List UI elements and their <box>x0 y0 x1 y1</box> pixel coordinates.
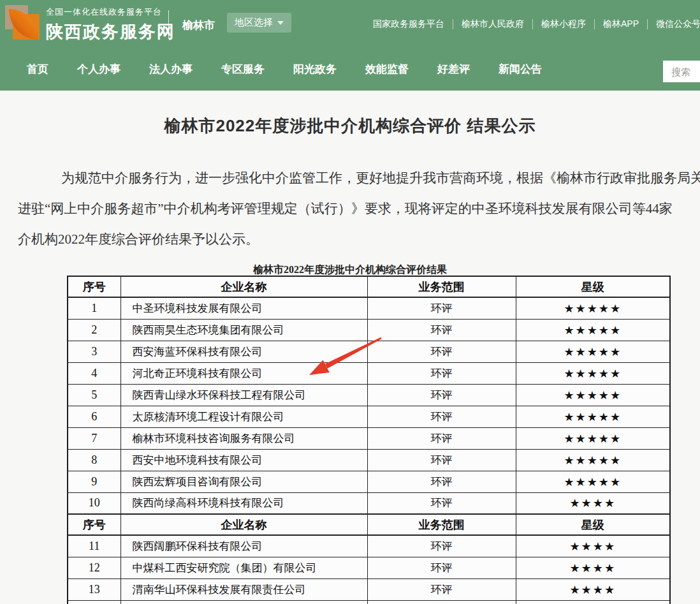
search-input[interactable] <box>663 61 700 82</box>
cell-company-name: 西安海蓝环保科技有限公司 <box>120 341 367 362</box>
column-header: 业务范围 <box>367 276 516 297</box>
article-content: 榆林市2022年度涉批中介机构综合评价 结果公示 为规范中介服务行为，进一步强化… <box>0 91 700 604</box>
table-row: 9陕西宏辉项目咨询有限公司环评★★★★★ <box>68 471 670 492</box>
paragraph-line: 为规范中介服务行为，进一步强化中介监管工作，更好地提升我市营商环境，根据《榆林市… <box>18 163 700 193</box>
column-header: 星级 <box>516 514 670 535</box>
column-header: 序号 <box>68 514 120 535</box>
cell-star-rating: ★★★★★ <box>516 406 670 427</box>
cell-star-rating: ★★★★★ <box>516 297 670 319</box>
nav-item-open-government[interactable]: 阳光政务 <box>293 62 337 77</box>
cell-company-name: 太原核清环境工程设计有限公司 <box>120 406 367 427</box>
table-row: 12中煤科工西安研究院（集团）有限公司环评★★★★ <box>68 557 670 578</box>
cell-index: 10 <box>68 492 120 514</box>
cell-empty <box>367 600 516 604</box>
paragraph-line: 介机构2022年度综合评价结果予以公示。 <box>18 224 700 254</box>
cell-business-scope: 环评 <box>367 427 516 449</box>
cell-star-rating: ★★★★★ <box>516 341 670 362</box>
platform-label: 全国一体化在线政务服务平台 <box>46 6 175 18</box>
cell-star-rating: ★★★★ <box>516 578 670 600</box>
cell-business-scope: 环评 <box>367 341 516 362</box>
cell-company-name: 陕西尚绿高科环境科技有限公司 <box>120 492 367 514</box>
table-header-row: 序号企业名称业务范围星级 <box>68 514 670 535</box>
cell-index: 3 <box>68 341 120 362</box>
table-row: 2陕西雨昊生态环境集团有限公司环评★★★★★ <box>68 319 670 341</box>
cell-company-name: 榆林市环境科技咨询服务有限公司 <box>120 427 367 449</box>
top-link-city-government[interactable]: 榆林市人民政府 <box>453 18 532 30</box>
table-row: 13渭南华山环保科技发展有限责任公司环评★★★★ <box>68 578 670 600</box>
column-header: 业务范围 <box>367 514 516 535</box>
column-header: 星级 <box>516 276 670 297</box>
site-header: 全国一体化在线政务服务平台 陕西政务服务网 榆林市 地区选择 国家政务服务平台 … <box>0 0 700 91</box>
main-nav: 首页 个人办事 法人办事 专区服务 阳光政务 效能监督 好差评 新闻公告 <box>0 48 700 91</box>
cell-index: 11 <box>68 535 120 557</box>
cell-empty <box>516 600 670 604</box>
cell-star-rating: ★★★★★ <box>516 427 670 449</box>
table-header-row: 序号企业名称业务范围星级 <box>68 276 670 297</box>
cell-index: 7 <box>68 427 120 449</box>
chevron-down-icon <box>277 21 284 25</box>
region-select-button[interactable]: 地区选择 <box>227 13 291 33</box>
column-header: 序号 <box>68 276 120 297</box>
results-table: 序号企业名称业务范围星级1中圣环境科技发展有限公司环评★★★★★2陕西雨昊生态环… <box>67 276 671 604</box>
top-link-wechat[interactable]: 微信公众号 <box>648 18 700 30</box>
cell-star-rating: ★★★★★ <box>516 362 670 384</box>
cell-company-name: 陕西雨昊生态环境集团有限公司 <box>120 319 367 341</box>
cell-star-rating: ★★★★★ <box>516 471 670 492</box>
cell-business-scope: 环评 <box>367 319 516 341</box>
cell-star-rating: ★★★★★ <box>516 449 670 471</box>
top-links: 国家政务服务平台 榆林市人民政府 榆林小程序 榆林APP 微信公众号 注册 <box>365 0 700 48</box>
table-row: 11陕西阔鹏环保科技有限公司环评★★★★ <box>68 535 670 557</box>
top-link-mini-program[interactable]: 榆林小程序 <box>533 18 594 30</box>
top-link-national-platform[interactable]: 国家政务服务平台 <box>365 18 453 30</box>
cell-business-scope: 环评 <box>367 384 516 406</box>
cell-index: 5 <box>68 384 120 406</box>
nav-item-personal[interactable]: 个人办事 <box>77 62 120 77</box>
site-name: 陕西政务服务网 <box>46 20 175 43</box>
results-table-body: 序号企业名称业务范围星级1中圣环境科技发展有限公司环评★★★★★2陕西雨昊生态环… <box>68 276 670 604</box>
top-link-app[interactable]: 榆林APP <box>595 18 647 30</box>
cell-company-name: 中煤科工西安研究院（集团）有限公司 <box>120 557 367 578</box>
table-caption: 榆林市2022年度涉批中介机构综合评价结果 <box>0 263 700 277</box>
cell-star-rating: ★★★★★ <box>516 319 670 341</box>
brand-block: 全国一体化在线政务服务平台 陕西政务服务网 <box>46 6 175 43</box>
cell-index: 2 <box>68 319 120 341</box>
cell-index: 1 <box>68 297 120 319</box>
cell-company-name: 陕西青山绿水环保科技工程有限公司 <box>120 384 367 406</box>
cell-empty <box>68 600 120 604</box>
cell-business-scope: 环评 <box>367 578 516 600</box>
cell-business-scope: 环评 <box>367 406 516 427</box>
cell-star-rating: ★★★★ <box>516 535 670 557</box>
cell-company-name: 河北奇正环境科技有限公司 <box>120 362 367 384</box>
cell-star-rating: ★★★★ <box>516 557 670 578</box>
nav-item-home[interactable]: 首页 <box>27 62 48 77</box>
table-row: 8西安中地环境科技有限公司环评★★★★★ <box>68 449 670 471</box>
table-row: 1中圣环境科技发展有限公司环评★★★★★ <box>68 297 670 319</box>
cell-index: 4 <box>68 362 120 384</box>
nav-item-zone-services[interactable]: 专区服务 <box>221 62 265 77</box>
nav-item-news[interactable]: 新闻公告 <box>499 62 542 77</box>
nav-item-rating[interactable]: 好差评 <box>437 62 470 77</box>
nav-item-efficiency-supervision[interactable]: 效能监督 <box>365 62 409 77</box>
page-title: 榆林市2022年度涉批中介机构综合评价 结果公示 <box>0 115 700 137</box>
cell-company-name: 陕西阔鹏环保科技有限公司 <box>120 535 367 557</box>
nav-item-legal-person[interactable]: 法人办事 <box>149 62 193 77</box>
page: 全国一体化在线政务服务平台 陕西政务服务网 榆林市 地区选择 国家政务服务平台 … <box>0 0 700 604</box>
cell-index: 8 <box>68 449 120 471</box>
cell-index: 6 <box>68 406 120 427</box>
table-row: 3西安海蓝环保科技有限公司环评★★★★★ <box>68 341 670 362</box>
cell-business-scope: 环评 <box>367 535 516 557</box>
cell-company-name: 渭南华山环保科技发展有限责任公司 <box>120 578 367 600</box>
cell-star-rating: ★★★★ <box>516 492 670 514</box>
cell-business-scope: 环评 <box>367 492 516 514</box>
cell-index: 9 <box>68 471 120 492</box>
cell-index: 13 <box>68 578 120 600</box>
region-select-label: 地区选择 <box>235 17 273 29</box>
cell-business-scope: 环评 <box>367 471 516 492</box>
table-row: 10陕西尚绿高科环境科技有限公司环评★★★★ <box>68 492 670 514</box>
table-row: 4河北奇正环境科技有限公司环评★★★★★ <box>68 362 670 384</box>
cell-company-name: 陕西宏辉项目咨询有限公司 <box>120 471 367 492</box>
brand-divider <box>168 10 169 38</box>
article-body: 为规范中介服务行为，进一步强化中介监管工作，更好地提升我市营商环境，根据《榆林市… <box>18 163 700 254</box>
table-row: 6太原核清环境工程设计有限公司环评★★★★★ <box>68 406 670 427</box>
column-header: 企业名称 <box>120 276 367 297</box>
